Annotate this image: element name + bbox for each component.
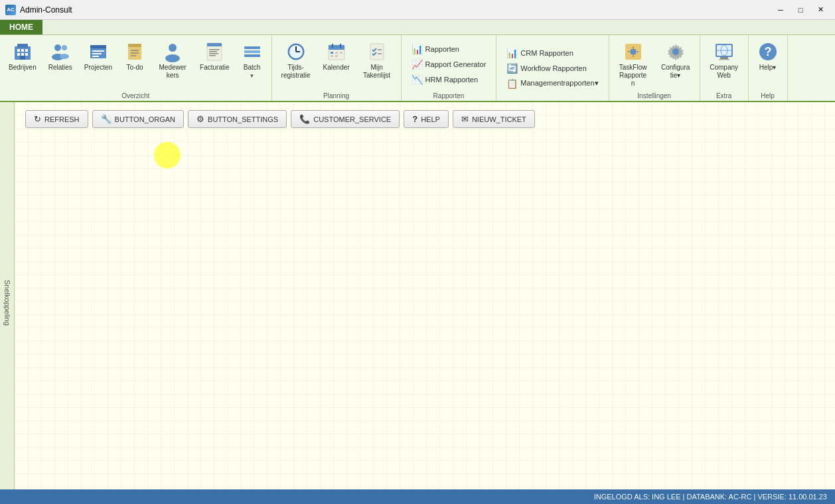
svg-rect-30 xyxy=(209,55,216,56)
refresh-button[interactable]: ↻ REFRESH xyxy=(25,110,88,128)
customer-service-label: CUSTOMER_SERVICE xyxy=(313,115,391,123)
svg-rect-45 xyxy=(331,55,333,57)
projecten-label: Projecten xyxy=(84,64,112,72)
ribbon-btn-workflow[interactable]: 🔄 Workflow Rapporten xyxy=(502,61,603,76)
ribbon-btn-help[interactable]: ? Help▾ xyxy=(753,38,783,75)
minimize-button[interactable]: ─ xyxy=(771,3,790,17)
management-label: Managementrapporten▾ xyxy=(520,79,598,88)
svg-rect-1 xyxy=(17,44,28,48)
svg-rect-16 xyxy=(92,53,102,54)
status-text: INGELOGD ALS: ING LEE | DATABANK: AC-RC … xyxy=(594,493,827,501)
workflow-label: Workflow Rapporten xyxy=(520,64,586,72)
ribbon-btn-facturatie[interactable]: Facturatie xyxy=(195,38,234,75)
ribbon-btn-kalender[interactable]: Kalender xyxy=(319,38,354,75)
facturatie-label: Facturatie xyxy=(200,64,229,72)
main-area: Snelkoppeling ↻ REFRESH 🔧 BUTTON_ORGAN ⚙… xyxy=(0,102,835,504)
tijdsregistratie-label: Tijds­registratie xyxy=(281,64,311,80)
help-action-icon: ? xyxy=(412,114,418,124)
svg-rect-29 xyxy=(209,53,218,54)
instellingen-items: TaskFlow Rapporten Configuratie▾ xyxy=(613,38,696,91)
button-settings[interactable]: ⚙ BUTTON_SETTINGS xyxy=(188,110,287,128)
hrm-icon: 📉 xyxy=(412,74,423,85)
help-items: ? Help▾ xyxy=(753,38,783,91)
ticket-icon: ✉ xyxy=(461,114,469,124)
home-tab[interactable]: HOME xyxy=(0,20,42,34)
bedrijven-label: Bedrijven xyxy=(9,64,37,72)
ribbon-btn-management[interactable]: 📋 Managementrapporten▾ xyxy=(502,76,603,91)
ribbon-btn-rapport-generator[interactable]: 📈 Rapport Generator xyxy=(407,57,491,72)
help-action-button[interactable]: ? HELP xyxy=(404,110,449,128)
instellingen-group-label: Instellingen xyxy=(637,91,671,99)
customer-service-button[interactable]: 📞 CUSTOMER_SERVICE xyxy=(291,110,400,128)
svg-rect-7 xyxy=(25,53,28,56)
ribbon-btn-tijdsregistratie[interactable]: Tijds­registratie xyxy=(276,38,316,83)
snelkoppeling-sidebar[interactable]: Snelkoppeling xyxy=(0,102,15,504)
taskflow-label: TaskFlow Rapporten xyxy=(618,64,648,88)
todo-icon xyxy=(124,41,145,62)
svg-text:?: ? xyxy=(764,45,771,58)
app-icon: AC xyxy=(5,5,16,15)
svg-rect-42 xyxy=(331,52,333,54)
projects-icon xyxy=(88,41,109,62)
ribbon-group-rapporten: 📊 Rapporten 📈 Rapport Generator 📉 HRM Ra… xyxy=(402,35,497,101)
svg-rect-59 xyxy=(719,59,729,60)
ribbon-btn-medewerkers[interactable]: Medewerkers xyxy=(153,38,192,83)
svg-rect-5 xyxy=(17,53,20,56)
svg-rect-53 xyxy=(631,49,636,54)
planning-items: Tijds­registratie Kalender Mijn Takenlij… xyxy=(276,38,397,91)
svg-rect-8 xyxy=(20,56,25,60)
maximize-button[interactable]: □ xyxy=(791,3,810,17)
help-icon: ? xyxy=(757,41,779,62)
batch-dropdown-arrow: ▼ xyxy=(250,73,255,79)
svg-rect-44 xyxy=(340,52,342,54)
phone-icon: 📞 xyxy=(299,114,310,124)
svg-rect-58 xyxy=(720,57,728,59)
svg-rect-27 xyxy=(209,49,220,50)
ribbon-btn-crm[interactable]: 📊 CRM Rapporten xyxy=(502,46,603,60)
ribbon-group-help: ? Help▾ Help xyxy=(749,35,788,101)
gear-icon xyxy=(665,41,686,62)
configuratie-label: Configuratie▾ xyxy=(660,64,691,80)
app-title: Admin-Consult xyxy=(20,5,72,15)
close-button[interactable]: ✕ xyxy=(811,3,830,17)
medewerkers-icon xyxy=(162,41,183,62)
svg-rect-6 xyxy=(21,53,24,56)
ribbon-btn-bedrijven[interactable]: Bedrijven xyxy=(4,38,41,75)
ribbon-group-rapporten2: 📊 CRM Rapporten 🔄 Workflow Rapporten 📋 M… xyxy=(496,35,609,101)
taken-label: Mijn Takenlijst xyxy=(362,64,392,80)
relaties-label: Relaties xyxy=(48,64,72,72)
window-controls: ─ □ ✕ xyxy=(771,3,830,17)
ribbon-btn-configuratie[interactable]: Configuratie▾ xyxy=(656,38,696,83)
svg-rect-32 xyxy=(244,50,260,53)
nieuw-ticket-button[interactable]: ✉ NIEUW_TICKET xyxy=(453,110,535,128)
ribbon-group-instellingen: TaskFlow Rapporten Configuratie▾ Instell… xyxy=(609,35,700,101)
ribbon-btn-batch[interactable]: Batch ▼ xyxy=(237,38,267,82)
extra-group-label: Extra xyxy=(716,91,731,99)
ribbon-group-planning: Tijds­registratie Kalender Mijn Takenlij… xyxy=(272,35,402,101)
svg-point-23 xyxy=(169,44,177,52)
ribbon-btn-taken[interactable]: Mijn Takenlijst xyxy=(357,38,397,83)
title-bar-left: AC Admin-Consult xyxy=(5,5,72,15)
button-organ[interactable]: 🔧 BUTTON_ORGAN xyxy=(92,110,184,128)
ribbon-content: Bedrijven Relaties Projecten xyxy=(0,34,835,101)
ribbon-btn-relaties[interactable]: Relaties xyxy=(44,38,77,75)
building-icon xyxy=(12,41,33,62)
svg-rect-43 xyxy=(335,52,338,54)
organ-label: BUTTON_ORGAN xyxy=(115,115,175,123)
svg-point-10 xyxy=(62,45,67,50)
rapporten-label: Rapporten xyxy=(425,45,459,53)
help-label: Help▾ xyxy=(759,64,777,72)
ribbon-btn-projecten[interactable]: Projecten xyxy=(80,38,117,75)
ribbon-btn-companyweb[interactable]: CompanyWeb xyxy=(704,38,744,83)
svg-rect-3 xyxy=(21,49,24,52)
ribbon-btn-rapporten[interactable]: 📊 Rapporten xyxy=(407,42,491,56)
ribbon-btn-taskflow[interactable]: TaskFlow Rapporten xyxy=(613,38,653,91)
batch-label: Batch xyxy=(244,64,261,72)
settings-icon: ⚙ xyxy=(196,114,204,124)
people-icon xyxy=(50,41,71,62)
main-content: ↻ REFRESH 🔧 BUTTON_ORGAN ⚙ BUTTON_SETTIN… xyxy=(15,102,835,504)
svg-point-55 xyxy=(672,48,679,55)
ribbon: HOME Bedrijven Relaties xyxy=(0,20,835,102)
ribbon-btn-todo[interactable]: To-do xyxy=(119,38,150,75)
ribbon-btn-hrm[interactable]: 📉 HRM Rapporten xyxy=(407,72,491,87)
